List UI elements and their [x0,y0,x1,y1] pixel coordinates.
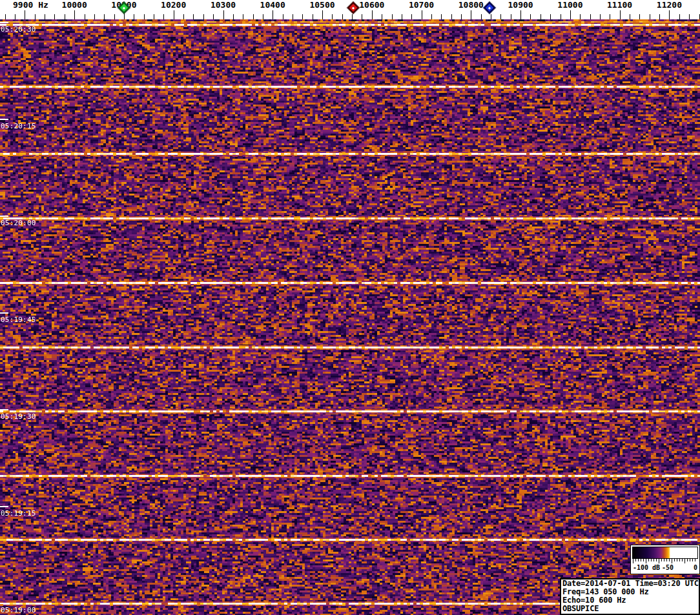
freq-minor-tick [590,14,591,19]
freq-tick-label: 10800 [458,0,484,10]
colorbar-label-mid: -50 [662,564,674,571]
freq-minor-tick [35,14,36,19]
time-tick [0,506,8,507]
freq-major-tick [570,10,571,19]
freq-minor-tick [481,14,482,19]
freq-minor-tick [144,14,145,19]
time-label: 05:19:45 [1,316,36,324]
freq-minor-tick [5,14,6,19]
time-label: 05:19:15 [1,509,36,518]
freq-minor-tick [213,14,214,19]
freq-tick-label: 10300 [211,0,236,10]
frequency-ruler[interactable]: 9900 Hz100001010010200103001040010500106… [0,0,700,19]
freq-minor-tick [193,14,194,19]
freq-minor-tick [54,14,55,19]
freq-minor-tick [233,14,234,19]
freq-minor-tick [500,14,501,19]
freq-minor-tick [283,14,283,19]
time-tick [0,22,8,23]
time-label: 05:20:15 [1,122,36,130]
time-tick [0,603,8,604]
freq-tick-label: 10700 [409,0,434,10]
freq-major-tick [223,10,224,19]
freq-minor-tick [94,14,95,19]
freq-minor-tick [431,14,432,19]
time-tick [0,119,8,120]
freq-minor-tick [313,14,313,19]
freq-minor-tick [650,14,650,19]
colorbar-label-max: 0 [694,564,697,571]
freq-tick-label: 10900 [508,0,533,10]
freq-minor-tick [203,14,204,19]
freq-minor-tick [154,14,154,19]
freq-major-tick [620,10,621,19]
freq-minor-tick [163,14,164,19]
freq-major-tick [174,10,174,19]
freq-minor-tick [263,14,263,19]
freq-minor-tick [630,14,630,19]
freq-minor-tick [441,14,442,19]
freq-minor-tick [561,14,561,19]
colorbar-ticks [633,559,697,564]
freq-minor-tick [302,14,303,19]
colorbar-major-ticks [633,559,697,563]
colorbar-gradient [632,547,698,559]
freq-tick-label: 10200 [161,0,186,10]
freq-major-tick [471,10,471,19]
freq-tick-label: 11000 [557,0,582,10]
freq-minor-tick [511,14,511,19]
marker-center-dot [123,6,125,9]
freq-minor-tick [550,14,551,19]
time-label: 05:20:00 [1,219,36,227]
freq-minor-tick [451,14,452,19]
colorbar-label-min: -100 dB [633,564,660,571]
time-tick [0,216,8,217]
freq-minor-tick [689,14,690,19]
info-line-station: OBSUPICE [562,605,697,613]
freq-minor-tick [639,14,640,19]
freq-minor-tick [134,14,134,19]
freq-major-tick [273,10,273,19]
freq-minor-tick [243,14,243,19]
freq-minor-tick [352,14,353,19]
freq-minor-tick [114,14,115,19]
freq-minor-tick [15,14,15,19]
freq-minor-tick [411,14,412,19]
spectrogram-canvas[interactable] [0,19,700,615]
freq-minor-tick [253,14,254,19]
freq-minor-tick [392,14,393,19]
time-label: 05:19:30 [1,412,36,421]
freq-minor-tick [362,14,362,19]
time-label: 05:20:30 [1,25,36,34]
freq-major-tick [322,10,323,19]
freq-minor-tick [530,14,531,19]
freq-minor-tick [104,14,105,19]
freq-major-tick [669,10,670,19]
freq-tick-label: 9900 Hz [13,0,48,10]
freq-major-tick [520,10,521,19]
freq-minor-tick [65,14,65,19]
freq-minor-tick [332,14,333,19]
freq-tick-label: 11200 [657,0,682,10]
freq-tick-label: 10600 [359,0,384,10]
freq-minor-tick [491,14,491,19]
freq-minor-tick [580,14,581,19]
freq-major-tick [422,10,422,19]
freq-minor-tick [461,14,462,19]
colorbar-labels: -100 dB -50 0 [633,564,697,572]
time-tick [0,409,8,410]
freq-tick-label: 10000 [62,0,87,10]
freq-tick-label: 11100 [607,0,632,10]
freq-minor-tick [293,14,293,19]
freq-minor-tick [45,14,45,19]
marker-blue-diamond[interactable] [483,2,495,14]
marker-center-dot [488,6,491,9]
freq-tick-label: 10500 [309,0,335,10]
freq-tick-label: 10400 [260,0,285,10]
freq-major-tick [25,10,25,19]
marker-red-diamond[interactable] [347,2,358,14]
freq-minor-tick [540,14,541,19]
freq-minor-tick [600,14,601,19]
freq-minor-tick [402,14,402,19]
freq-minor-tick [659,14,660,19]
